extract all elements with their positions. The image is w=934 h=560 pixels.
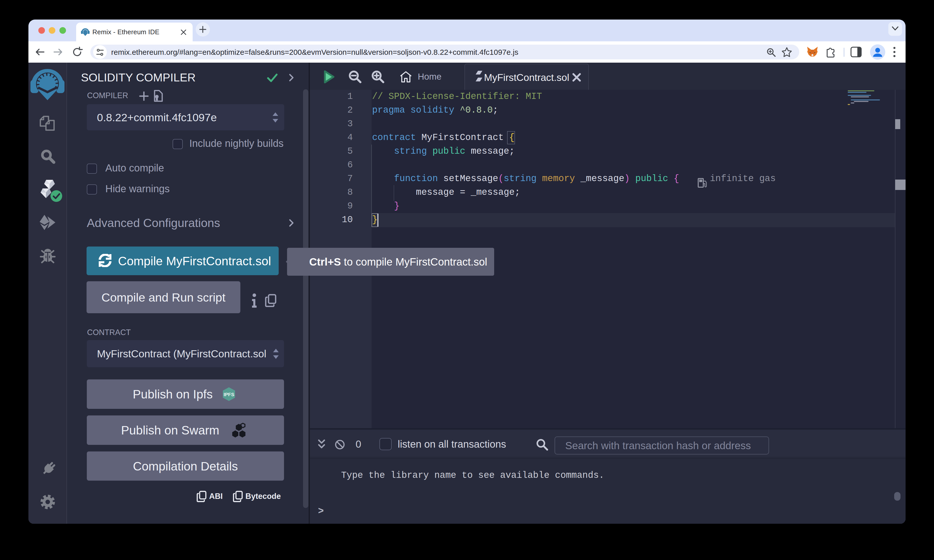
svg-text:IPFS: IPFS — [223, 392, 234, 397]
